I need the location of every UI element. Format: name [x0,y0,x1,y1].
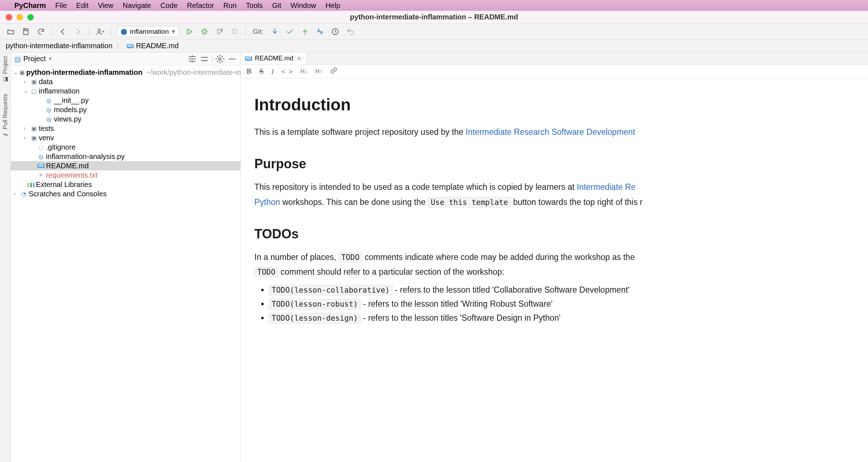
menu-edit[interactable]: Edit [76,1,88,10]
breadcrumb-separator: 〉 [116,41,123,51]
tree-file-views[interactable]: ◎views.py [11,114,240,124]
md-code-button[interactable]: < > [282,68,293,75]
menu-navigate[interactable]: Navigate [123,1,151,10]
menu-window[interactable]: Window [291,1,316,10]
tree-folder-data[interactable]: ›▣data [11,77,240,86]
menu-help[interactable]: Help [326,1,340,10]
menu-run[interactable]: Run [223,1,237,10]
tool-tab-project[interactable]: ◧Project [2,56,9,83]
editor-area: MD README.md ✕ B S I < > H↓ H↑ Introduct… [241,52,868,462]
close-tab-icon[interactable]: ✕ [296,55,302,63]
tree-scratches[interactable]: ›◔Scratches and Consoles [11,189,240,198]
chevron-down-icon: ▾ [172,27,175,36]
sidebar-header: ▤Project ▼ [11,52,240,65]
reload-icon[interactable] [36,27,46,37]
menu-git[interactable]: Git [272,1,281,10]
tree-file-init[interactable]: ◎__init__.py [11,96,240,105]
markdown-icon: MD [245,56,252,61]
breadcrumb-file[interactable]: MDREADME.md [127,42,179,50]
debug-button-icon[interactable] [199,27,209,37]
md-italic-button[interactable]: I [272,67,274,76]
run-config-name: inflammation [130,28,169,36]
svg-point-2 [220,28,222,31]
preview-code-template: Use this template [428,197,511,208]
project-sidebar: ▤Project ▼ ⌄▣python-intermediate-inflamm… [11,52,241,462]
breadcrumb-root[interactable]: python-intermediate-inflammation [6,42,112,50]
md-header-up-button[interactable]: H↑ [315,68,323,75]
macos-menubar[interactable]: PyCharm File Edit View Navigate Code Ref… [0,0,868,11]
preview-h1: Introduction [254,93,854,117]
hide-panel-icon[interactable] [227,54,237,64]
preview-link-inter2[interactable]: Intermediate Re [577,182,636,192]
markdown-toolbar: B S I < > H↓ H↑ [241,65,868,78]
editor-tab-label: README.md [255,55,294,62]
md-strike-button[interactable]: S [259,67,264,76]
expand-all-icon[interactable] [200,54,209,64]
open-icon[interactable] [6,27,16,37]
project-pane-icon: ▤ [14,55,21,63]
md-bold-button[interactable]: B [246,67,251,76]
run-with-user-icon[interactable]: ▾ [95,27,105,37]
tree-root[interactable]: ⌄▣python-intermediate-inflammation~/work… [11,68,240,77]
git-pull-icon[interactable] [270,27,280,37]
window-title: python-intermediate-inflammation – READM… [350,13,518,21]
app-name[interactable]: PyCharm [14,1,46,10]
tree-folder-tests[interactable]: ›▣tests [11,124,240,133]
window-minimize-button[interactable] [17,14,23,20]
tool-tab-pull-requests[interactable]: ⇋Pull Requests [2,94,9,138]
menu-view[interactable]: View [98,1,114,10]
python-icon: ⬤ [121,28,127,35]
menu-tools[interactable]: Tools [246,1,263,10]
tree-folder-venv[interactable]: ›▣venv [11,133,240,142]
tree-file-analysis[interactable]: ◎inflammation-analysis.py [11,152,240,161]
save-icon[interactable] [21,27,31,37]
git-rollback-icon[interactable] [345,27,355,37]
svg-point-5 [219,58,221,60]
git-commit-icon[interactable] [285,27,295,37]
tree-file-models[interactable]: ◎models.py [11,105,240,114]
window-close-button[interactable] [6,14,12,20]
sidebar-title[interactable]: Project [23,55,46,63]
stop-button-icon[interactable] [230,27,240,37]
collapse-all-icon[interactable] [188,54,197,64]
git-label: Git: [253,28,264,36]
git-history-icon[interactable] [330,27,340,37]
tree-external-libs[interactable]: ▮▮▮External Libraries [11,180,240,189]
md-header-down-button[interactable]: H↓ [300,68,308,75]
chevron-down-icon[interactable]: ▼ [48,56,52,61]
preview-li-1: TODO(lesson-collaborative) - refers to t… [269,284,854,296]
preview-link-python[interactable]: Python [254,197,280,207]
tree-folder-inflammation[interactable]: ⌄▢inflammation [11,86,240,96]
window-titlebar: python-intermediate-inflammation – READM… [0,11,868,24]
markdown-icon: MD [127,44,134,48]
svg-point-0 [98,29,100,31]
svg-point-1 [203,30,206,33]
left-tool-strip: ◧Project ⇋Pull Requests [0,52,11,462]
window-maximize-button[interactable] [27,14,34,20]
coverage-icon[interactable] [214,27,225,37]
tree-file-gitignore[interactable]: ◌.gitignore [11,142,240,152]
preview-li-3: TODO(lesson-design) - refers to the less… [269,312,854,324]
nav-back-icon[interactable] [58,27,68,37]
menu-refactor[interactable]: Refactor [187,1,214,10]
git-push-icon[interactable] [300,27,310,37]
preview-h2-todos: TODOs [254,225,854,243]
preview-link-intermediate[interactable]: Intermediate Research Software Developme… [466,127,635,137]
editor-tab-readme[interactable]: MD README.md ✕ [241,52,306,64]
preview-h2-purpose: Purpose [254,155,854,173]
run-button-icon[interactable] [184,27,194,37]
markdown-preview: Introduction This is a template software… [241,78,868,341]
md-link-button[interactable] [330,67,337,76]
breadcrumb: python-intermediate-inflammation 〉 MDREA… [0,40,868,52]
nav-forward-icon[interactable] [73,27,83,37]
tree-file-readme[interactable]: MDREADME.md [11,161,240,170]
main-toolbar: ▾ ⬤ inflammation ▾ Git: [0,24,868,40]
svg-rect-3 [232,29,236,33]
project-tree[interactable]: ⌄▣python-intermediate-inflammation~/work… [11,65,240,201]
gear-icon[interactable] [215,54,225,64]
menu-file[interactable]: File [55,1,67,10]
git-update-icon[interactable] [315,27,325,37]
tree-file-requirements[interactable]: ≡requirements.txt [11,170,240,180]
run-config-selector[interactable]: ⬤ inflammation ▾ [117,26,179,37]
menu-code[interactable]: Code [160,1,177,10]
